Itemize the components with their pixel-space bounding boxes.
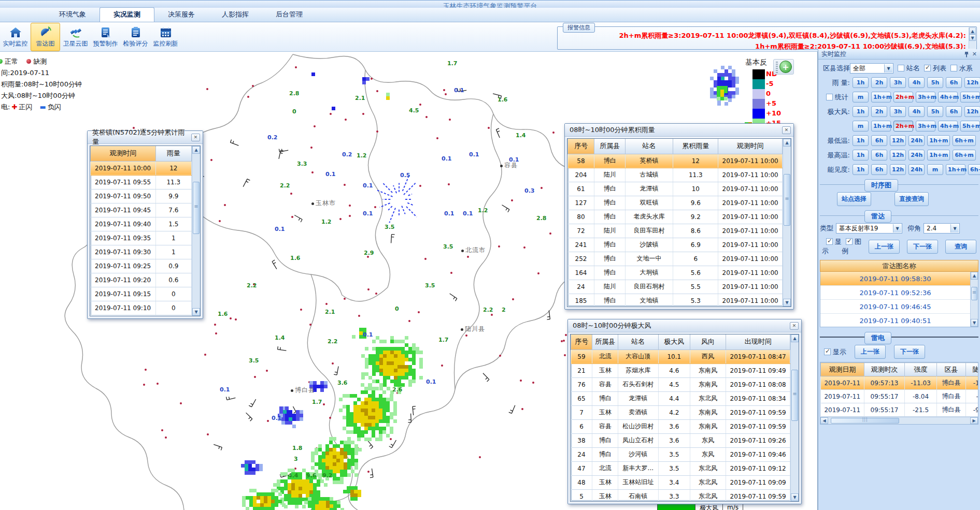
scroll-down-icon[interactable]: ▼: [791, 493, 799, 501]
period-button-3h[interactable]: 3h: [890, 106, 906, 117]
period-button-24h[interactable]: 24h: [908, 135, 925, 146]
column-header[interactable]: 站名: [618, 334, 658, 349]
column-header[interactable]: 强度: [905, 363, 937, 376]
radar-list-item[interactable]: 2019-07-11 09:58:30: [820, 272, 970, 286]
toolbar-button-satellite[interactable]: 卫星云图: [61, 23, 90, 51]
table-row[interactable]: 2019-07-11 10:0012: [91, 161, 192, 175]
period-button-1h+m[interactable]: 1h+m: [927, 135, 950, 146]
period-button-4h+m[interactable]: 4h+m: [938, 92, 958, 103]
district-select[interactable]: 全部▼: [850, 63, 893, 74]
toolbar-button-radar[interactable]: 雷达图: [31, 23, 60, 51]
period-button-1h+m[interactable]: 1h+m: [871, 92, 891, 103]
menu-tab-2[interactable]: 实况监测: [100, 7, 154, 22]
table-row[interactable]: 2019-07-11 09:150: [91, 287, 192, 301]
period-button-1h+m[interactable]: 1h+m: [871, 121, 891, 132]
column-header[interactable]: 观测时间: [91, 146, 156, 161]
scrollbar[interactable]: ▲ ▼: [970, 272, 978, 327]
column-header[interactable]: 所属县: [594, 139, 625, 154]
period-button-1h[interactable]: 1h: [853, 150, 869, 161]
district-列表-checkbox[interactable]: [924, 65, 931, 71]
period-button-5h+m[interactable]: 5h+m: [960, 121, 980, 132]
scroll-up-icon[interactable]: ▲: [791, 334, 799, 342]
period-button-3h+m[interactable]: 3h+m: [916, 92, 935, 103]
radar-list-item[interactable]: 2019-07-11 09:52:36: [820, 286, 970, 300]
period-button-12h[interactable]: 12h: [964, 77, 980, 88]
lightning-nav-button[interactable]: 下一张: [894, 345, 925, 359]
table-row[interactable]: 7玉林卖酒镇4.2东南风2019-07-11 09:59: [571, 405, 790, 419]
period-button-6h[interactable]: 6h: [946, 106, 962, 117]
table-row[interactable]: 6容县松山沙田村3.6东南风2019-07-11 09:59: [571, 419, 790, 433]
column-header[interactable]: 观测时次: [864, 363, 905, 376]
column-header[interactable]: 风向: [690, 334, 726, 349]
radar-nav-button[interactable]: 上一张: [869, 240, 900, 254]
period-button-12h[interactable]: 12h: [890, 150, 906, 161]
table-row[interactable]: 185博白文地镇5.32019-07-11 10:00: [568, 294, 783, 307]
table-row[interactable]: 58博白英桥镇122019-07-11 10:00: [568, 154, 783, 168]
period-button-6h[interactable]: 6h: [871, 135, 887, 146]
table-row[interactable]: 80博白老虎头水库9.22019-07-11 10:00: [568, 210, 783, 224]
section-tab-lightning[interactable]: 雷电: [864, 332, 891, 344]
column-header[interactable]: 观测时间: [718, 139, 783, 154]
scroll-thumb[interactable]: [831, 418, 899, 424]
scrollbar[interactable]: ▲ ▼: [192, 146, 200, 316]
close-icon[interactable]: ✕: [782, 126, 791, 134]
column-header[interactable]: 序号: [568, 139, 594, 154]
table-row[interactable]: 2019-07-1109:57:13-11.03博白县-1.4: [821, 376, 979, 390]
column-header[interactable]: 雨量: [155, 146, 191, 161]
period-button-6h[interactable]: 6h: [871, 164, 887, 175]
scroll-thumb[interactable]: [971, 287, 977, 300]
period-button-12h[interactable]: 12h: [890, 164, 906, 175]
close-icon[interactable]: ✕: [191, 134, 200, 141]
period-button-2h+m[interactable]: 2h+m: [893, 92, 913, 103]
period-button-24h[interactable]: 24h: [908, 150, 925, 161]
period-button-2h[interactable]: 2h: [871, 77, 887, 88]
table-row[interactable]: 5玉林石南镇3.3东北风2019-07-11 09:59: [571, 489, 790, 502]
period-button-12h[interactable]: 12h: [964, 106, 980, 117]
timeseries-button[interactable]: 站点选择: [837, 192, 871, 206]
column-header[interactable]: 极大风: [658, 334, 690, 349]
table-row[interactable]: 252博白文地一中62019-07-11 10:00: [568, 252, 783, 266]
zoom-plus-icon[interactable]: +: [779, 61, 792, 73]
weather-map[interactable]: 1.72.82.10.11.604.50.23.30.21.22.20.10.1…: [0, 52, 818, 510]
period-button-3h[interactable]: 3h: [890, 77, 906, 88]
legend-zoom-button[interactable]: +: [773, 59, 794, 75]
h-scrollbar[interactable]: ◀ ▶: [820, 417, 978, 424]
timeseries-button[interactable]: 直接查询: [894, 192, 929, 206]
table-row[interactable]: 2019-07-11 09:351: [91, 231, 192, 245]
period-button-m[interactable]: m: [853, 121, 869, 132]
period-button-m[interactable]: m: [853, 92, 869, 103]
section-tab-timeseries[interactable]: 时序图: [864, 179, 898, 192]
radar-list-item[interactable]: 2019-07-11 09:46:45: [820, 300, 970, 314]
scroll-down-icon[interactable]: ▼: [192, 308, 200, 316]
table-row[interactable]: 24博白沙河镇3.5东风2019-07-11 09:46: [571, 447, 790, 461]
table-row[interactable]: 65博白龙潭镇4.4东北风2019-07-11 08:34: [571, 391, 790, 405]
period-button-5h[interactable]: 5h: [927, 77, 943, 88]
close-icon[interactable]: ✕: [790, 322, 799, 330]
table-row[interactable]: 38博白凤山立石村3.6东风2019-07-11 09:26: [571, 433, 790, 447]
period-button-12h[interactable]: 12h: [890, 135, 906, 146]
period-button-m[interactable]: m: [927, 164, 943, 175]
period-button-6h[interactable]: 6h: [946, 77, 962, 88]
scroll-down-icon[interactable]: ▼: [969, 34, 976, 41]
toolbar-button-clipboard[interactable]: 检验评分: [121, 23, 150, 51]
lightning-nav-button[interactable]: 上一张: [855, 345, 886, 359]
menu-tab-3[interactable]: 决策服务: [154, 8, 208, 22]
scroll-thumb[interactable]: [193, 182, 200, 234]
table-row[interactable]: 21玉林苏烟水库4.6东南风2019-07-11 09:49: [571, 363, 790, 377]
scroll-right-icon[interactable]: ▶: [970, 417, 978, 424]
period-button-4h[interactable]: 4h: [908, 106, 925, 117]
table-row[interactable]: 59北流大容山顶10.1西风2019-07-11 08:47: [571, 349, 790, 363]
table-row[interactable]: 2019-07-11 09:5511.3: [91, 175, 192, 189]
scrollbar[interactable]: ▲ ▼: [783, 139, 791, 307]
table-row[interactable]: 76容县石头石剑村4.5东南风2019-07-11 08:08: [571, 377, 790, 391]
menu-tab-5[interactable]: 后台管理: [262, 8, 316, 22]
table-row[interactable]: 241博白沙陂镇6.92019-07-11 10:00: [568, 238, 783, 252]
column-header[interactable]: 站名: [625, 139, 673, 154]
radar-nav-button[interactable]: 查询: [945, 240, 976, 254]
district-站名-checkbox[interactable]: [898, 65, 904, 71]
period-button-1h[interactable]: 1h: [853, 106, 869, 117]
close-icon[interactable]: ✕: [972, 51, 977, 57]
radar-显示-checkbox[interactable]: [826, 238, 833, 245]
table-row[interactable]: 204陆川古城镇11.32019-07-11 10:00: [568, 168, 783, 182]
table-row[interactable]: 2019-07-11 09:457.6: [91, 203, 192, 217]
